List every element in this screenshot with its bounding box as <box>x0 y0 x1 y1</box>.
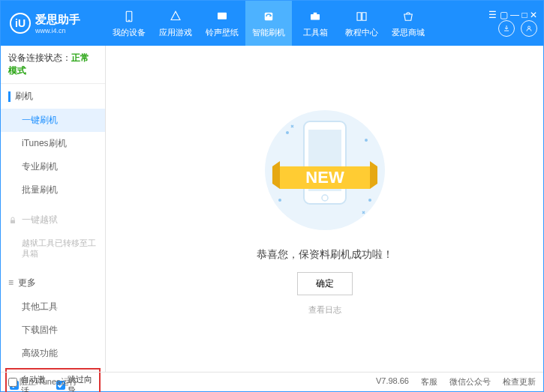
nav-ringtones[interactable]: 铃声壁纸 <box>199 1 245 46</box>
checkbox-input[interactable] <box>8 378 17 387</box>
nav-label: 爱思商城 <box>392 27 425 38</box>
nav-label: 教程中心 <box>345 27 378 38</box>
nav-label: 我的设备 <box>113 27 146 38</box>
svg-rect-7 <box>11 220 15 223</box>
download-icon[interactable] <box>498 20 515 37</box>
block-itunes-checkbox[interactable]: 阻止iTunes运行 <box>8 376 77 388</box>
svg-rect-4 <box>311 14 320 20</box>
nav-flash[interactable]: 智能刷机 <box>245 1 292 46</box>
footer: 阻止iTunes运行 V7.98.66 客服 微信公众号 检查更新 <box>1 372 543 391</box>
category-label: 刷机 <box>15 90 33 103</box>
brand: iU 爱思助手 www.i4.cn <box>10 13 106 34</box>
svg-point-11 <box>365 139 368 142</box>
checkbox-label: 阻止iTunes运行 <box>20 376 77 388</box>
brand-name: 爱思助手 <box>35 13 80 27</box>
nav-apps[interactable]: 应用游戏 <box>152 1 199 46</box>
version-label: V7.98.66 <box>376 376 409 388</box>
header: iU 爱思助手 www.i4.cn 我的设备 应用游戏 铃声壁纸 智能刷机 <box>1 1 543 46</box>
maximize-icon[interactable]: □ <box>521 10 527 20</box>
jailbreak-note: 越狱工具已转移至工具箱 <box>1 232 105 265</box>
sidebar: 设备连接状态：正常模式 刷机 一键刷机 iTunes刷机 专业刷机 批量刷机 一… <box>1 46 106 372</box>
nav-my-device[interactable]: 我的设备 <box>106 1 152 46</box>
nav-bar: 我的设备 应用游戏 铃声壁纸 智能刷机 工具箱 教程中心 <box>106 1 488 46</box>
nav-store[interactable]: 爱思商城 <box>385 1 431 46</box>
success-message: 恭喜您，保资料刷机成功啦！ <box>257 248 393 262</box>
skin-icon[interactable]: ▢ <box>500 10 508 20</box>
svg-point-12 <box>368 199 371 202</box>
svg-rect-5 <box>314 12 317 13</box>
category-label: 更多 <box>18 277 36 289</box>
ok-button[interactable]: 确定 <box>297 272 353 295</box>
sidebar-item-oneclick[interactable]: 一键刷机 <box>1 109 105 132</box>
menu-icon[interactable]: ☰ <box>488 10 497 20</box>
lock-icon <box>8 216 17 225</box>
service-link[interactable]: 客服 <box>421 376 437 388</box>
window-buttons: ☰ ▢ — □ ✕ <box>488 10 537 20</box>
svg-point-6 <box>528 26 530 28</box>
nav-toolbox[interactable]: 工具箱 <box>292 1 338 46</box>
apps-icon <box>168 9 183 24</box>
wechat-link[interactable]: 微信公众号 <box>449 376 491 388</box>
sidebar-item-firmware[interactable]: 下载固件 <box>1 319 105 342</box>
view-log-link[interactable]: 查看日志 <box>308 304 341 316</box>
brand-text: 爱思助手 www.i4.cn <box>35 13 80 34</box>
nav-tutorials[interactable]: 教程中心 <box>338 1 385 46</box>
toolbox-icon <box>308 9 323 24</box>
svg-rect-2 <box>218 12 227 19</box>
flash-icon <box>261 9 276 24</box>
logo-icon: iU <box>10 13 31 34</box>
store-icon <box>401 9 416 24</box>
svg-point-13 <box>278 199 281 202</box>
close-icon[interactable]: ✕ <box>530 10 537 20</box>
phone-icon <box>122 9 137 24</box>
nav-label: 智能刷机 <box>252 27 285 38</box>
window-controls: ☰ ▢ — □ ✕ <box>488 10 537 37</box>
sidebar-item-itunes[interactable]: iTunes刷机 <box>1 132 105 155</box>
update-link[interactable]: 检查更新 <box>503 376 536 388</box>
app-window: iU 爱思助手 www.i4.cn 我的设备 应用游戏 铃声壁纸 智能刷机 <box>0 0 544 392</box>
category-flash[interactable]: 刷机 <box>1 84 105 109</box>
ribbon-text: NEW <box>305 168 344 187</box>
connection-label: 设备连接状态： <box>8 52 71 63</box>
sidebar-item-other[interactable]: 其他工具 <box>1 295 105 319</box>
book-icon <box>354 9 369 24</box>
brand-url: www.i4.cn <box>35 27 80 34</box>
category-more[interactable]: ≡更多 <box>1 271 105 295</box>
sidebar-item-advanced[interactable]: 高级功能 <box>1 342 105 365</box>
connection-status: 设备连接状态：正常模式 <box>1 46 105 84</box>
nav-label: 应用游戏 <box>159 27 192 38</box>
nav-label: 铃声壁纸 <box>206 27 239 38</box>
main-content: NEW 恭喜您，保资料刷机成功啦！ 确定 查看日志 <box>106 46 543 372</box>
sidebar-item-batch[interactable]: 批量刷机 <box>1 178 105 202</box>
nav-label: 工具箱 <box>303 27 328 38</box>
user-icon[interactable] <box>521 20 537 37</box>
category-jailbreak: 一键越狱 <box>1 208 105 232</box>
success-illustration: NEW <box>250 103 400 238</box>
minimize-icon[interactable]: — <box>510 10 519 20</box>
category-label: 一键越狱 <box>22 214 58 226</box>
sidebar-item-pro[interactable]: 专业刷机 <box>1 155 105 178</box>
body: 设备连接状态：正常模式 刷机 一键刷机 iTunes刷机 专业刷机 批量刷机 一… <box>1 46 543 372</box>
svg-point-10 <box>286 131 289 134</box>
wallpaper-icon <box>215 9 230 24</box>
